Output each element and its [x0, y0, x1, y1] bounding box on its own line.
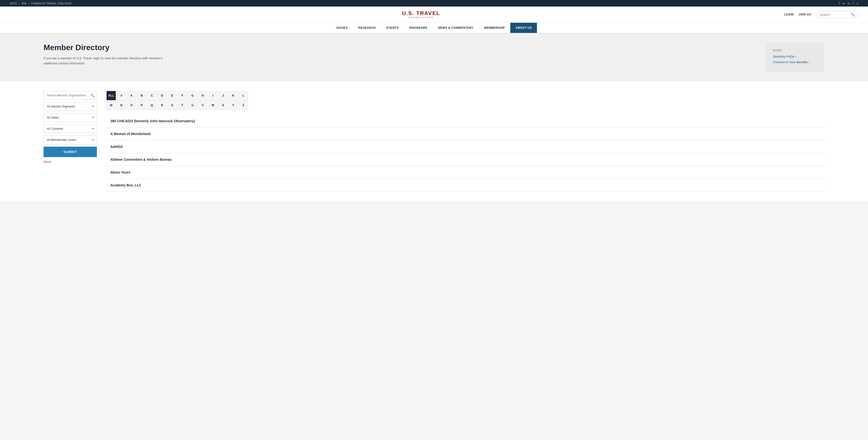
esto-link[interactable]: ESTO [10, 2, 17, 5]
facebook-icon[interactable]: f [839, 1, 840, 5]
result-item[interactable]: A Woman of Wonderland [106, 128, 825, 140]
ipw-link[interactable]: IPW [22, 2, 27, 5]
alpha-r[interactable]: R [157, 101, 166, 110]
social-icons: f ● in t v [839, 1, 858, 5]
alpha-v[interactable]: V [198, 101, 207, 110]
result-item[interactable]: Academy Bus, LLC [106, 179, 825, 192]
result-name: 360 CHICAGO (formerly John Hancock Obser… [111, 119, 820, 123]
alpha-t[interactable]: T [178, 101, 187, 110]
alpha-h[interactable]: H [198, 91, 207, 100]
alpha-results: ALL # A B C D E F G H I J K L M N O P Q … [106, 91, 825, 192]
industry-segment-select[interactable]: All Industry Segments [43, 102, 97, 111]
alpha-g[interactable]: G [188, 91, 197, 100]
alpha-l[interactable]: L [239, 91, 248, 100]
states-select[interactable]: All States [43, 113, 97, 122]
member-search-wrap: 🔍 [43, 91, 97, 100]
result-name: AAHOA [111, 145, 820, 148]
result-name: Abreu Tours [111, 170, 820, 174]
connect-benefits-link[interactable]: Connect to Your Benefits › [773, 60, 817, 64]
alpha-all[interactable]: ALL [106, 91, 116, 100]
membership-level-select[interactable]: All Membership Levels [43, 136, 97, 144]
alpha-b[interactable]: B [137, 91, 146, 100]
alpha-e[interactable]: E [167, 91, 177, 100]
main-nav: ISSUES RESEARCH EVENTS PROGRAMS NEWS & C… [0, 23, 868, 33]
result-name: Academy Bus, LLC [111, 183, 820, 187]
nav-programs[interactable]: PROGRAMS [404, 23, 433, 33]
alpha-j[interactable]: J [218, 91, 228, 100]
nav-news[interactable]: NEWS & COMMENTARY [433, 23, 479, 33]
results-list: 360 CHICAGO (formerly John Hancock Obser… [106, 115, 825, 192]
alpha-c[interactable]: C [147, 91, 156, 100]
nav-issues[interactable]: ISSUES [331, 23, 353, 33]
filter-sidebar: 🔍 All Industry Segments All States All C… [43, 91, 97, 164]
logo[interactable]: U.S. TRAVEL ASSOCIATION [402, 10, 440, 19]
twitter-icon[interactable]: t [853, 1, 854, 5]
result-item[interactable]: Abilene Convention & Visitors Bureau [106, 153, 825, 166]
alpha-y[interactable]: Y [228, 101, 238, 110]
linkedin-icon[interactable]: in [848, 1, 850, 5]
alpha-f[interactable]: F [178, 91, 187, 100]
login-link[interactable]: LOGIN [784, 13, 794, 16]
result-item[interactable]: AAHOA [106, 140, 825, 153]
alpha-hash[interactable]: # [117, 91, 126, 100]
alpha-q[interactable]: Q [147, 101, 156, 110]
nav-events[interactable]: EVENTS [381, 23, 404, 33]
alpha-p[interactable]: P [137, 101, 146, 110]
alpha-d[interactable]: D [157, 91, 166, 100]
nav-membership[interactable]: MEMBERSHIP [478, 23, 510, 33]
hero-main: Member Directory If you are a member of … [43, 43, 756, 66]
alpha-x[interactable]: X [218, 101, 228, 110]
alpha-nav: ALL # A B C D E F G H I J K L M N O P Q … [106, 91, 825, 110]
logo-subtitle: ASSOCIATION [402, 16, 440, 19]
join-link[interactable]: JOIN US [799, 13, 811, 16]
countries-select[interactable]: All Countries [43, 125, 97, 133]
hero-sidebar: MORE Directory FAQs › Connect to Your Be… [766, 43, 825, 72]
reset-link[interactable]: Reset [43, 160, 51, 164]
hero-section: Member Directory If you are a member of … [0, 33, 868, 81]
alpha-a[interactable]: A [127, 91, 136, 100]
alpha-w[interactable]: W [208, 101, 217, 110]
member-search-icon: 🔍 [90, 94, 94, 97]
alpha-n[interactable]: N [117, 101, 126, 110]
alpha-u[interactable]: U [188, 101, 197, 110]
directory-section: 🔍 All Industry Segments All States All C… [0, 81, 868, 201]
header-search[interactable]: 🔍 [816, 11, 858, 18]
alpha-k[interactable]: K [228, 91, 238, 100]
result-name: Abilene Convention & Visitors Bureau [111, 158, 820, 162]
nav-about-us[interactable]: ABOUT US [510, 23, 537, 33]
result-name: A Woman of Wonderland [111, 132, 820, 136]
page-content: Member Directory If you are a member of … [0, 33, 868, 201]
member-search-input[interactable] [43, 91, 97, 100]
site-header: U.S. TRAVEL ASSOCIATION LOGIN JOIN US 🔍 [0, 6, 868, 23]
more-label: MORE [773, 49, 817, 52]
alpha-o[interactable]: O [127, 101, 136, 110]
power-of-travel-link[interactable]: POWER OF TRAVEL COALITION [31, 2, 71, 5]
submit-button[interactable]: SUBMIT [43, 147, 97, 157]
alpha-i[interactable]: I [208, 91, 217, 100]
result-item[interactable]: 360 CHICAGO (formerly John Hancock Obser… [106, 115, 825, 128]
top-bar-links: ESTO | IPW | POWER OF TRAVEL COALITION [10, 2, 71, 5]
hero-description: If you are a member of U.S. Travel, logi… [43, 56, 165, 66]
logo-title: U.S. TRAVEL [402, 10, 440, 16]
directory-faqs-link[interactable]: Directory FAQs › [773, 55, 817, 58]
result-item[interactable]: Abreu Tours [106, 166, 825, 179]
alpha-m[interactable]: M [106, 101, 116, 110]
alpha-s[interactable]: S [167, 101, 177, 110]
header-search-button[interactable]: 🔍 [850, 12, 855, 16]
instagram-icon[interactable]: ● [843, 1, 845, 5]
header-search-input[interactable] [819, 13, 848, 16]
alpha-z[interactable]: Z [239, 101, 248, 110]
nav-research[interactable]: RESEARCH [353, 23, 381, 33]
vine-icon[interactable]: v [857, 1, 859, 5]
page-title: Member Directory [43, 43, 756, 52]
top-bar: ESTO | IPW | POWER OF TRAVEL COALITION f… [0, 0, 868, 6]
header-actions: LOGIN JOIN US 🔍 [784, 11, 858, 18]
